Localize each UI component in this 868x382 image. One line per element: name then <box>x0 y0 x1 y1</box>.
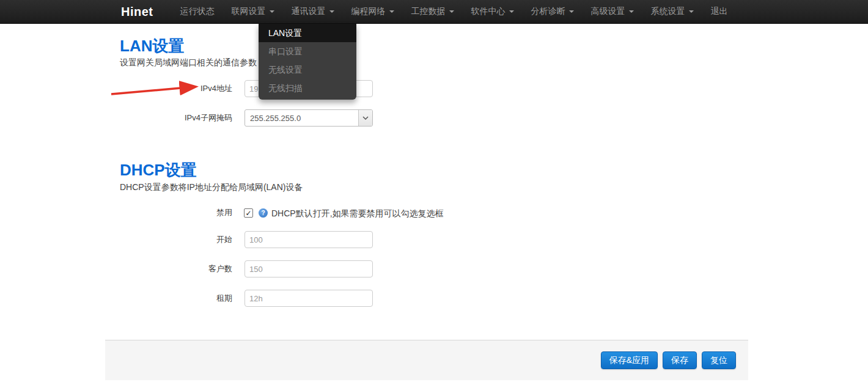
action-footer: 保存&应用 保存 复位 <box>105 340 748 380</box>
lan-section-subtitle: 设置网关局域网端口相关的通信参数 <box>120 57 257 68</box>
ipv4-netmask-select[interactable]: 255.255.255.0 <box>245 109 373 127</box>
lan-settings-page: Hinet 运行状态 联网设置 通讯设置 编程网络 工控数据 软件中心 分析诊断… <box>0 0 868 382</box>
chevron-down-icon <box>358 110 372 126</box>
ipv4-address-label: IPv4地址 <box>120 80 232 97</box>
dhcp-disable-hint: DHCP默认打开,如果需要禁用可以勾选复选框 <box>271 208 444 219</box>
dhcp-start-input[interactable] <box>245 231 373 248</box>
nav-item-programming-network[interactable]: 编程网络 <box>343 0 403 23</box>
ipv4-netmask-label: IPv4子网掩码 <box>120 109 232 127</box>
check-icon: ✓ <box>245 210 251 217</box>
caret-down-icon <box>270 10 274 13</box>
nav-item-advanced-settings[interactable]: 高级设置 <box>583 0 642 23</box>
dhcp-limit-label: 客户数 <box>120 260 232 277</box>
top-navbar: Hinet 运行状态 联网设置 通讯设置 编程网络 工控数据 软件中心 分析诊断… <box>0 0 868 24</box>
nav-item-logout[interactable]: 退出 <box>702 0 737 23</box>
dhcp-limit-input[interactable] <box>245 260 373 277</box>
dhcp-section-title: DHCP设置 <box>120 160 197 181</box>
caret-down-icon <box>629 10 634 13</box>
nav-item-analysis-diagnosis[interactable]: 分析诊断 <box>523 0 583 23</box>
dhcp-section-subtitle: DHCP设置参数将IP地址分配给局域网(LAN)设备 <box>120 182 303 193</box>
caret-down-icon <box>569 10 574 13</box>
caret-down-icon <box>509 10 514 13</box>
lan-section-title: LAN设置 <box>120 35 184 57</box>
brand-logo[interactable]: Hinet <box>121 5 172 19</box>
nav-menu: 运行状态 联网设置 通讯设置 编程网络 工控数据 软件中心 分析诊断 高级设置 … <box>172 0 737 23</box>
caret-down-icon <box>389 10 394 13</box>
nav-item-comm-settings[interactable]: 通讯设置 <box>283 0 343 23</box>
nav-item-network-settings[interactable]: 联网设置 <box>223 0 283 23</box>
dropdown-item-lan-settings[interactable]: LAN设置 <box>259 24 356 42</box>
dhcp-start-label: 开始 <box>120 231 232 248</box>
caret-down-icon <box>329 10 334 13</box>
nav-item-system-settings[interactable]: 系统设置 <box>642 0 702 23</box>
dhcp-disable-label: 禁用 <box>120 204 232 221</box>
dhcp-disable-checkbox[interactable]: ✓ <box>244 208 253 218</box>
nav-item-industrial-data[interactable]: 工控数据 <box>403 0 463 23</box>
help-icon: ? <box>259 208 268 218</box>
netmask-selected-value: 255.255.255.0 <box>245 114 358 123</box>
dhcp-lease-label: 租期 <box>120 290 232 307</box>
comm-settings-dropdown: LAN设置 串口设置 无线设置 无线扫描 <box>259 24 356 100</box>
caret-down-icon <box>449 10 454 13</box>
reset-button[interactable]: 复位 <box>702 351 736 369</box>
nav-item-running-status[interactable]: 运行状态 <box>172 0 223 23</box>
caret-down-icon <box>689 10 694 13</box>
dropdown-item-serial-settings[interactable]: 串口设置 <box>259 42 356 61</box>
dhcp-lease-input[interactable] <box>245 290 373 307</box>
save-apply-button[interactable]: 保存&应用 <box>601 351 658 369</box>
dropdown-item-wireless-settings[interactable]: 无线设置 <box>259 61 356 79</box>
save-button[interactable]: 保存 <box>663 351 697 369</box>
dropdown-item-wireless-scan[interactable]: 无线扫描 <box>259 79 356 97</box>
nav-item-software-center[interactable]: 软件中心 <box>463 0 523 23</box>
